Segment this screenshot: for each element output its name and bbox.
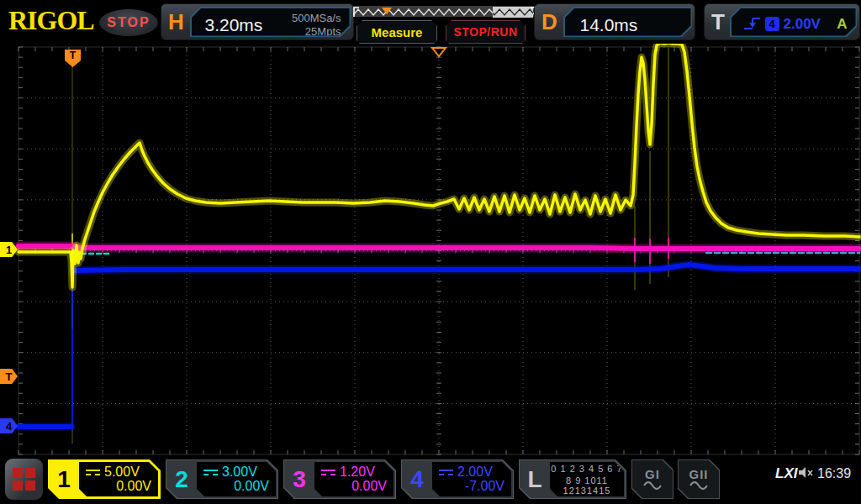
generator-1-button[interactable]: GI	[631, 459, 673, 499]
dc-coupling-icon	[86, 470, 100, 477]
rigol-logo: RIGOL	[8, 5, 94, 36]
lxi-status: LXI	[775, 465, 797, 482]
horizontal-settings[interactable]: H 3.20ms 500MSa/s 25Mpts	[161, 4, 353, 39]
memory-depth: 25Mpts	[292, 25, 341, 39]
trigger-label: T	[711, 9, 725, 35]
channel-4-offset: -7.00V	[465, 479, 504, 494]
trigger-level-value: 2.00V	[784, 16, 821, 33]
channel-3-scale: 1.20V	[340, 465, 375, 480]
channel-2-box[interactable]: 2 3.00V 0.00V	[166, 459, 278, 499]
channel-2-offset: 0.00V	[234, 479, 269, 494]
measure-button[interactable]: Measure	[357, 20, 437, 44]
memory-ruler-graphic	[353, 7, 536, 18]
menu-grid-icon	[13, 468, 35, 491]
trigger-inset: 4 2.00V A	[730, 7, 857, 37]
dc-coupling-icon	[321, 470, 335, 477]
channel-4-number: 4	[403, 459, 431, 499]
channel-1-panel: 5.00V 0.00V	[79, 462, 158, 496]
acquisition-state-badge: STOP	[99, 9, 158, 36]
trigger-sweep-mode: A	[837, 16, 847, 33]
sine-wave-icon	[689, 480, 709, 491]
generator-2-button[interactable]: GII	[678, 459, 720, 499]
memory-position-ruler[interactable]	[353, 6, 536, 17]
delay-label: D	[541, 9, 557, 35]
digital-channels-row2: 8 9 1011 12131415	[550, 475, 624, 496]
digital-channels-row1: 0 1 2 3 4 5 6 7	[550, 464, 624, 474]
bottom-status-bar: 1 5.00V 0.00V 2 3.00V 0.00V 3 1.20V 0.00…	[0, 456, 861, 504]
horizontal-label: H	[168, 9, 184, 35]
channel-2-scale: 3.00V	[222, 465, 257, 480]
trigger-settings[interactable]: T 4 2.00V A	[705, 4, 859, 39]
sound-muted-icon	[797, 466, 816, 480]
logic-panel: 0 1 2 3 4 5 6 7 8 9 1011 12131415	[550, 462, 624, 496]
channel-2-panel: 3.00V 0.00V	[197, 462, 276, 496]
logic-label: L	[520, 459, 549, 499]
dc-coupling-icon	[439, 470, 453, 477]
dc-coupling-icon	[203, 470, 218, 477]
trigger-source-badge: 4	[765, 17, 779, 31]
channel-1-number: 1	[50, 459, 78, 499]
timebase-scale: 3.20ms	[205, 15, 263, 35]
stop-run-button[interactable]: STOP/RUN	[446, 20, 526, 44]
channel-4-box[interactable]: 4 2.00V -7.00V	[401, 459, 514, 499]
delay-value: 14.0ms	[580, 15, 638, 35]
clock: 16:39	[817, 466, 851, 481]
channel-3-panel: 1.20V 0.00V	[314, 462, 394, 496]
channel-1-box[interactable]: 1 5.00V 0.00V	[48, 459, 161, 499]
sine-wave-icon	[642, 480, 663, 491]
channel-4-panel: 2.00V -7.00V	[432, 462, 511, 496]
sample-rate: 500MSa/s	[292, 12, 341, 25]
channel-4-scale: 2.00V	[457, 465, 493, 480]
menu-button[interactable]	[5, 459, 43, 500]
generator-2-label: GII	[689, 468, 708, 480]
channel-1-offset: 0.00V	[116, 479, 151, 494]
delay-inset: 14.0ms	[563, 7, 692, 37]
channel-3-offset: 0.00V	[351, 479, 387, 494]
channel-1-scale: 5.00V	[104, 465, 140, 480]
channel-3-box[interactable]: 3 1.20V 0.00V	[283, 459, 396, 499]
sample-rate-block: 500MSa/s 25Mpts	[292, 12, 341, 39]
delay-settings[interactable]: D 14.0ms	[535, 4, 695, 39]
acquisition-state-text: STOP	[107, 15, 150, 30]
generator-1-label: GI	[645, 468, 660, 480]
horizontal-inset: 3.20ms 500MSa/s 25Mpts	[190, 7, 351, 37]
logic-analyzer-box[interactable]: L 0 1 2 3 4 5 6 7 8 9 1011 12131415	[519, 459, 626, 499]
stop-run-button-label: STOP/RUN	[453, 25, 517, 39]
falling-edge-icon	[742, 15, 762, 32]
channel-2-number: 2	[167, 459, 196, 499]
top-status-bar: RIGOL STOP H 3.20ms 500MSa/s 25Mpts Meas…	[0, 0, 861, 44]
channel-3-number: 3	[285, 459, 314, 499]
waveform-display	[0, 0, 861, 504]
measure-button-label: Measure	[372, 25, 423, 39]
